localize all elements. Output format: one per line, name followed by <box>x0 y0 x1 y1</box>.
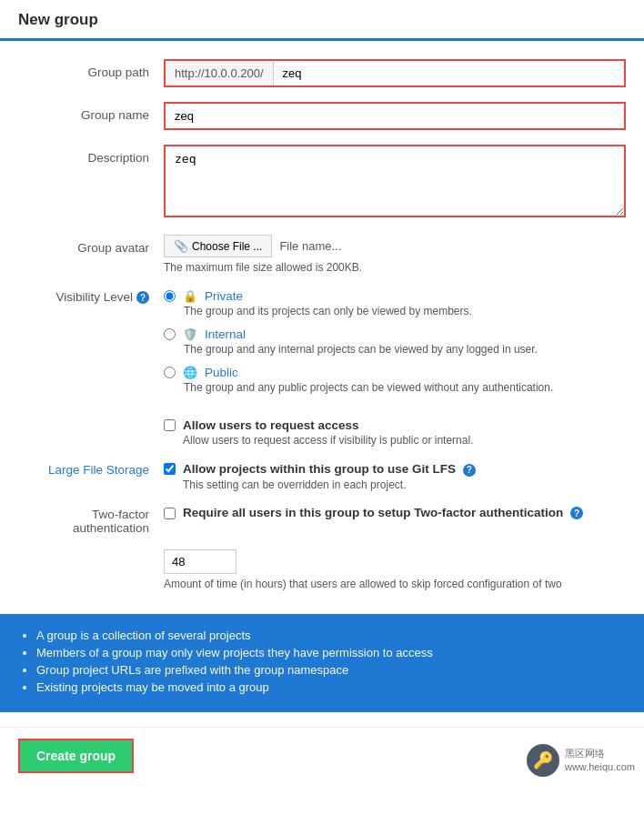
group-name-label: Group name <box>18 102 164 122</box>
lock-icon <box>183 288 197 303</box>
description-label: Description <box>18 145 164 165</box>
vis-label-public[interactable]: Public <box>205 366 238 379</box>
lfs-desc: This setting can be overridden in each p… <box>183 478 476 491</box>
watermark: 🔑 黑区网络 www.heiqu.com <box>527 744 635 777</box>
avatar-label: Group avatar <box>18 235 164 255</box>
lfs-checkbox[interactable] <box>164 463 176 475</box>
lfs-label: Large File Storage <box>18 461 164 477</box>
tfa-checkbox[interactable] <box>164 508 176 519</box>
radio-row-private: Private <box>164 288 626 303</box>
tfa-hours-input[interactable] <box>164 549 236 574</box>
radio-public[interactable] <box>164 367 176 378</box>
list-item: A group is a collection of several proje… <box>36 629 626 642</box>
lfs-text: Allow projects within this group to use … <box>183 461 476 491</box>
radio-row-internal: Internal <box>164 327 626 341</box>
visibility-option-public: Public The group and any public projects… <box>164 365 626 394</box>
visibility-section: Visibility Level ? Private The group and… <box>18 288 626 403</box>
avatar-control: Choose File ... File name... The maximum… <box>164 235 626 274</box>
page-header: New group <box>0 0 644 41</box>
radio-private[interactable] <box>164 290 176 302</box>
info-box: A group is a collection of several proje… <box>0 614 644 712</box>
visibility-label: Visibility Level <box>55 290 133 304</box>
request-access-checkbox[interactable] <box>164 419 176 431</box>
create-group-button[interactable]: Create group <box>18 739 134 773</box>
lfs-checkbox-label[interactable]: Allow projects within this group to use … <box>183 462 476 476</box>
tfa-label: Two-factor authentication <box>18 506 164 535</box>
vis-desc-public: The group and any public projects can be… <box>164 381 626 394</box>
visibility-label-col: Visibility Level ? <box>18 288 164 304</box>
shield-icon <box>183 327 197 341</box>
list-item: Group project URLs are prefixed with the… <box>36 663 626 677</box>
description-control: zeq <box>164 145 626 220</box>
file-upload-wrap: Choose File ... File name... <box>164 235 626 257</box>
description-row: Description zeq <box>18 145 626 220</box>
lfs-content: Allow projects within this group to use … <box>164 461 626 491</box>
tfa-help-icon[interactable]: ? <box>570 507 583 519</box>
request-access-label[interactable]: Allow users to request access <box>183 418 359 432</box>
footer-bar: Create group 🔑 黑区网络 www.heiqu.com <box>0 727 644 784</box>
visibility-options: Private The group and its projects can o… <box>164 288 626 403</box>
lfs-section: Large File Storage Allow projects within… <box>18 461 626 491</box>
tfa-hours-wrap <box>18 549 626 574</box>
request-access-section: Allow users to request access Allow user… <box>18 418 626 447</box>
request-access-desc: Allow users to request access if visibil… <box>183 434 473 447</box>
group-name-input[interactable] <box>164 102 626 130</box>
file-name: File name... <box>279 239 341 253</box>
file-hint: The maximum file size allowed is 200KB. <box>164 261 626 274</box>
group-name-row: Group name <box>18 102 626 130</box>
vis-label-internal[interactable]: Internal <box>205 327 246 341</box>
vis-desc-private: The group and its projects can only be v… <box>164 305 626 317</box>
group-path-control: http://10.0.0.200/ <box>164 59 626 87</box>
radio-internal[interactable] <box>164 328 176 340</box>
visibility-help-icon[interactable]: ? <box>136 291 149 304</box>
group-path-prefix: http://10.0.0.200/ <box>166 61 274 86</box>
tfa-checkbox-label[interactable]: Require all users in this group to setup… <box>183 506 583 520</box>
tfa-content: Require all users in this group to setup… <box>164 506 626 520</box>
group-path-input[interactable] <box>274 61 624 86</box>
choose-file-button[interactable]: Choose File ... <box>164 235 272 257</box>
group-path-row: Group path http://10.0.0.200/ <box>18 59 626 87</box>
page-title: New group <box>18 11 98 28</box>
group-path-wrap: http://10.0.0.200/ <box>164 59 626 87</box>
info-box-list: A group is a collection of several proje… <box>18 629 626 694</box>
description-input[interactable]: zeq <box>164 145 626 217</box>
group-name-control <box>164 102 626 130</box>
radio-row-public: Public <box>164 365 626 379</box>
list-item: Existing projects may be moved into a gr… <box>36 680 626 694</box>
watermark-logo: 🔑 <box>527 744 559 777</box>
vis-desc-internal: The group and any internal projects can … <box>164 343 626 356</box>
choose-file-label: Choose File ... <box>192 240 262 253</box>
avatar-row: Group avatar Choose File ... File name..… <box>18 235 626 274</box>
paperclip-icon <box>174 239 188 253</box>
globe-icon <box>183 365 197 379</box>
group-path-label: Group path <box>18 59 164 79</box>
lfs-help-icon[interactable]: ? <box>463 464 476 477</box>
tfa-section: Two-factor authentication Require all us… <box>18 506 626 535</box>
request-access-content: Allow users to request access Allow user… <box>183 418 473 447</box>
visibility-option-internal: Internal The group and any internal proj… <box>164 327 626 356</box>
vis-label-private[interactable]: Private <box>205 289 243 303</box>
list-item: Members of a group may only view project… <box>36 646 626 659</box>
visibility-option-private: Private The group and its projects can o… <box>164 288 626 317</box>
tfa-hours-desc: Amount of time (in hours) that users are… <box>18 578 626 590</box>
watermark-text: 黑区网络 www.heiqu.com <box>565 747 635 773</box>
